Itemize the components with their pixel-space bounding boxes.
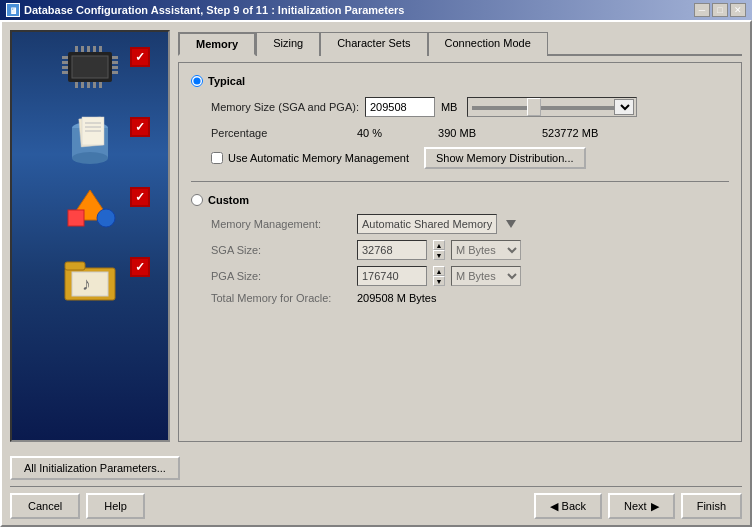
- sidebar-item-1: ✓: [25, 42, 155, 92]
- check-2: ✓: [130, 117, 150, 137]
- svg-rect-8: [112, 66, 118, 69]
- svg-rect-13: [93, 46, 96, 52]
- svg-rect-4: [62, 66, 68, 69]
- svg-rect-2: [62, 56, 68, 59]
- sga-spin-down[interactable]: ▼: [433, 250, 445, 260]
- docs-icon-container: [60, 112, 120, 162]
- pga-size-input: [357, 266, 427, 286]
- folder-icon-container: ♪: [60, 252, 120, 302]
- shapes-icon-container: [60, 182, 120, 232]
- check-4: ✓: [130, 257, 150, 277]
- svg-rect-6: [112, 56, 118, 59]
- svg-rect-17: [87, 82, 90, 88]
- auto-memory-label: Use Automatic Memory Management: [228, 152, 409, 164]
- check-3: ✓: [130, 187, 150, 207]
- mem-mgmt-dropdown-icon: [503, 214, 519, 234]
- init-params-button[interactable]: All Initialization Parameters...: [10, 456, 180, 480]
- back-button[interactable]: ◀ Back: [534, 493, 602, 519]
- content-area: ✓: [2, 22, 750, 450]
- mem-mgmt-input: [357, 214, 497, 234]
- bottom-area: All Initialization Parameters... Cancel …: [2, 450, 750, 525]
- svg-point-22: [72, 152, 108, 164]
- back-arrow-icon: ◀: [550, 500, 558, 513]
- svg-rect-12: [87, 46, 90, 52]
- main-window: ✓: [0, 20, 752, 527]
- tab-connmode[interactable]: Connection Mode: [428, 32, 548, 56]
- button-bar: Cancel Help ◀ Back Next ▶ Finish: [10, 486, 742, 519]
- typical-radio-label[interactable]: Typical: [191, 75, 729, 87]
- memory-size-input[interactable]: [365, 97, 435, 117]
- sidebar-item-2: ✓: [25, 112, 155, 162]
- percentage-value: 40 %: [357, 127, 382, 139]
- custom-radio-label[interactable]: Custom: [191, 194, 729, 206]
- title-bar-controls[interactable]: ─ □ ✕: [694, 3, 746, 17]
- pga-spin-up[interactable]: ▲: [433, 266, 445, 276]
- next-button[interactable]: Next ▶: [608, 493, 675, 519]
- chip-icon: [60, 42, 120, 92]
- maximize-button[interactable]: □: [712, 3, 728, 17]
- svg-rect-5: [62, 71, 68, 74]
- sga-size-row: SGA Size: ▲ ▼ M Bytes: [211, 240, 729, 260]
- docs-icon: [60, 110, 120, 165]
- minimize-button[interactable]: ─: [694, 3, 710, 17]
- svg-rect-7: [112, 61, 118, 64]
- svg-text:♪: ♪: [82, 274, 91, 294]
- slider-thumb: [527, 98, 541, 116]
- pga-unit-select: M Bytes: [451, 266, 521, 286]
- btn-left-group: Cancel Help: [10, 493, 145, 519]
- shapes-icon: [60, 182, 120, 232]
- divider: [191, 181, 729, 182]
- percentage-label: Percentage: [211, 127, 351, 139]
- slider-dropdown[interactable]: ▼: [614, 99, 634, 115]
- custom-section: Memory Management: SGA Size: ▲ ▼: [191, 214, 729, 304]
- right-panel: Memory Sizing Character Sets Connection …: [178, 30, 742, 442]
- next-label: Next: [624, 500, 647, 512]
- title-bar-left: 🖥 Database Configuration Assistant, Step…: [6, 3, 404, 17]
- close-button[interactable]: ✕: [730, 3, 746, 17]
- svg-rect-15: [75, 82, 78, 88]
- finish-button[interactable]: Finish: [681, 493, 742, 519]
- back-label: Back: [562, 500, 586, 512]
- cancel-button[interactable]: Cancel: [10, 493, 80, 519]
- sga-size-label: SGA Size:: [211, 244, 351, 256]
- auto-memory-row: Use Automatic Memory Management Show Mem…: [191, 147, 729, 169]
- btn-right-group: ◀ Back Next ▶ Finish: [534, 493, 742, 519]
- tab-sizing[interactable]: Sizing: [256, 32, 320, 56]
- slider-min: 390 MB: [438, 127, 476, 139]
- memory-unit: MB: [441, 101, 458, 113]
- svg-rect-11: [81, 46, 84, 52]
- help-button[interactable]: Help: [86, 493, 145, 519]
- mem-mgmt-label: Memory Management:: [211, 218, 351, 230]
- pga-spin-down[interactable]: ▼: [433, 276, 445, 286]
- memory-slider[interactable]: ▼: [467, 97, 637, 117]
- svg-rect-9: [112, 71, 118, 74]
- svg-rect-18: [93, 82, 96, 88]
- tab-charsets[interactable]: Character Sets: [320, 32, 427, 56]
- sga-spin-up[interactable]: ▲: [433, 240, 445, 250]
- sga-spin-group: ▲ ▼: [433, 240, 445, 260]
- show-memory-btn[interactable]: Show Memory Distribution...: [424, 147, 586, 169]
- svg-rect-10: [75, 46, 78, 52]
- typical-radio[interactable]: [191, 75, 203, 87]
- auto-memory-checkbox[interactable]: [211, 152, 223, 164]
- memory-size-row: Memory Size (SGA and PGA): MB ▼: [191, 97, 729, 117]
- tab-content-memory: Typical Memory Size (SGA and PGA): MB: [178, 62, 742, 442]
- svg-point-30: [97, 209, 115, 227]
- tab-memory[interactable]: Memory: [178, 32, 256, 56]
- next-arrow-icon: ▶: [651, 500, 659, 513]
- total-mem-value: 209508 M Bytes: [357, 292, 437, 304]
- svg-rect-32: [65, 262, 85, 270]
- radio-group: Typical Memory Size (SGA and PGA): MB: [191, 75, 729, 169]
- svg-marker-35: [506, 220, 516, 228]
- sidebar-item-4: ♪ ✓: [25, 252, 155, 302]
- sidebar-item-3: ✓: [25, 182, 155, 232]
- pga-size-row: PGA Size: ▲ ▼ M Bytes: [211, 266, 729, 286]
- custom-radio[interactable]: [191, 194, 203, 206]
- total-mem-row: Total Memory for Oracle: 209508 M Bytes: [211, 292, 729, 304]
- pga-spin-group: ▲ ▼: [433, 266, 445, 286]
- slider-max: 523772 MB: [542, 127, 598, 139]
- svg-rect-19: [99, 82, 102, 88]
- check-1: ✓: [130, 47, 150, 67]
- tab-bar: Memory Sizing Character Sets Connection …: [178, 30, 742, 56]
- title-bar-text: Database Configuration Assistant, Step 9…: [24, 4, 404, 16]
